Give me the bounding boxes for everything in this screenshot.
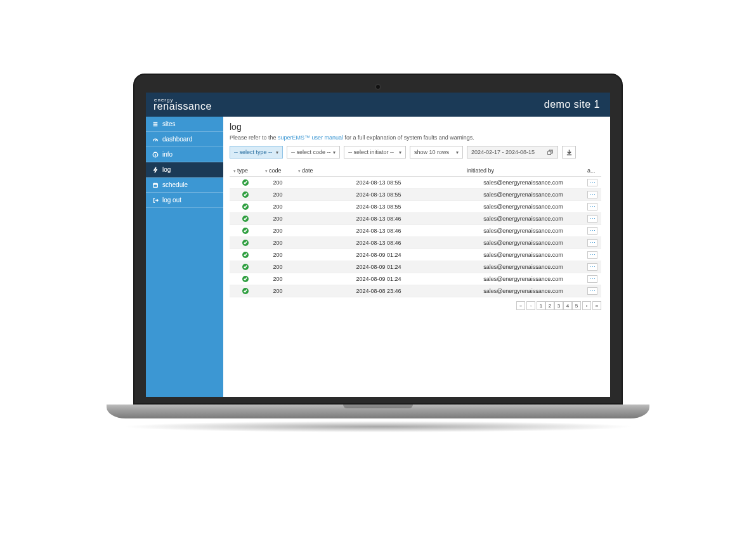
cell-date: 2024-08-08 23:46 (294, 285, 463, 297)
row-action-button[interactable]: ⋯ (587, 275, 597, 283)
cell-actions: ⋯ (583, 213, 601, 225)
logout-icon (152, 197, 159, 204)
cell-initiated-by: sales@energyrenaissance.com (463, 237, 583, 249)
cell-initiated-by: sales@energyrenaissance.com (463, 225, 583, 237)
row-action-button[interactable]: ⋯ (587, 179, 597, 186)
user-manual-link[interactable]: superEMS™ user manual (278, 134, 343, 141)
help-suffix: for a full explanation of system faults … (343, 134, 474, 141)
row-action-button[interactable]: ⋯ (587, 203, 597, 210)
cell-actions: ⋯ (583, 273, 601, 285)
log-table: ▾type ▾code ▾date initiated by a... 2002… (230, 165, 601, 297)
help-text: Please refer to the superEMS™ user manua… (230, 134, 601, 141)
sort-icon: ▾ (298, 169, 301, 173)
sidebar-item-label: log out (162, 197, 181, 204)
filter-rows-select[interactable]: show 10 rows ▾ (410, 146, 463, 159)
cell-initiated-by: sales@energyrenaissance.com (463, 213, 583, 225)
col-header-actions: a... (583, 165, 601, 177)
cell-actions: ⋯ (583, 189, 601, 201)
sidebar-item-dashboard[interactable]: dashboard (146, 132, 223, 147)
table-row: 2002024-08-09 01:24sales@energyrenaissan… (230, 261, 601, 273)
cell-initiated-by: sales@energyrenaissance.com (463, 249, 583, 261)
pager-next[interactable]: › (582, 301, 591, 310)
table-row: 2002024-08-13 08:55sales@energyrenaissan… (230, 201, 601, 213)
table-row: 2002024-08-13 08:55sales@energyrenaissan… (230, 177, 601, 189)
laptop-bezel: energy renaissance demo site 1 sites das… (133, 74, 623, 405)
pagination: « ‹ 12345 › » (230, 301, 601, 310)
col-header-date[interactable]: ▾date (294, 165, 463, 177)
row-action-button[interactable]: ⋯ (587, 191, 597, 198)
brand-bottom: renaissance (153, 101, 212, 112)
cell-code: 200 (261, 225, 294, 237)
sidebar-item-label: schedule (162, 181, 188, 188)
cell-code: 200 (261, 177, 294, 189)
sidebar-item-info[interactable]: info (146, 147, 223, 162)
col-header-initiated-by[interactable]: initiated by (463, 165, 583, 177)
cell-code: 200 (261, 201, 294, 213)
brand-logo: energy renaissance (153, 98, 212, 112)
download-button[interactable] (562, 146, 576, 159)
sort-icon: ▾ (233, 169, 236, 173)
sidebar-item-schedule[interactable]: schedule (146, 178, 223, 193)
filter-type-select[interactable]: -- select type -- ▾ (230, 146, 283, 159)
cell-initiated-by: sales@energyrenaissance.com (463, 261, 583, 273)
cell-date: 2024-08-09 01:24 (294, 249, 463, 261)
row-action-button[interactable]: ⋯ (587, 251, 597, 259)
cell-initiated-by: sales@energyrenaissance.com (463, 189, 583, 201)
sidebar-item-log[interactable]: log (146, 162, 223, 178)
cell-date: 2024-08-13 08:55 (294, 201, 463, 213)
cell-type (230, 237, 261, 249)
laptop-base (107, 405, 649, 418)
app-body: sites dashboard info log (146, 117, 610, 397)
row-action-button[interactable]: ⋯ (587, 287, 597, 295)
page-title: log (230, 122, 601, 132)
calendar-icon (152, 182, 159, 188)
cell-date: 2024-08-13 08:46 (294, 225, 463, 237)
pager-page[interactable]: 2 (545, 301, 554, 310)
status-ok-icon (242, 288, 249, 294)
calendar-icon: 🗇 (547, 149, 554, 156)
col-header-code[interactable]: ▾code (261, 165, 294, 177)
cell-type (230, 201, 261, 213)
sidebar: sites dashboard info log (146, 117, 223, 397)
filter-code-select[interactable]: -- select code -- ▾ (287, 146, 340, 159)
cell-code: 200 (261, 213, 294, 225)
filter-rows-value: show 10 rows (414, 149, 449, 155)
table-row: 2002024-08-13 08:46sales@energyrenaissan… (230, 213, 601, 225)
camera-dot (376, 85, 380, 89)
pager-first[interactable]: « (516, 301, 525, 310)
cell-actions: ⋯ (583, 285, 601, 297)
cell-date: 2024-08-09 01:24 (294, 273, 463, 285)
sidebar-item-logout[interactable]: log out (146, 193, 223, 208)
table-row: 2002024-08-13 08:46sales@energyrenaissan… (230, 225, 601, 237)
cell-type (230, 261, 261, 273)
list-icon (152, 121, 159, 127)
cell-actions: ⋯ (583, 225, 601, 237)
pager-last[interactable]: » (592, 301, 601, 310)
row-action-button[interactable]: ⋯ (587, 263, 597, 271)
row-action-button[interactable]: ⋯ (587, 227, 597, 235)
pager-page[interactable]: 5 (572, 301, 581, 310)
cell-code: 200 (261, 273, 294, 285)
table-row: 2002024-08-09 01:24sales@energyrenaissan… (230, 249, 601, 261)
filter-initiator-select[interactable]: -- select initiator -- ▾ (344, 146, 406, 159)
pager-page[interactable]: 4 (563, 301, 572, 310)
pager-prev[interactable]: ‹ (526, 301, 535, 310)
status-ok-icon (242, 276, 249, 282)
pager-page[interactable]: 1 (537, 301, 545, 310)
help-prefix: Please refer to the (230, 134, 278, 141)
col-header-type[interactable]: ▾type (230, 165, 261, 177)
pager-page[interactable]: 3 (554, 301, 563, 310)
filter-daterange[interactable]: 2024-02-17 - 2024-08-15 🗇 (467, 146, 558, 159)
row-action-button[interactable]: ⋯ (587, 215, 597, 223)
chevron-down-icon: ▾ (399, 150, 401, 155)
filter-type-value: -- select type -- (234, 149, 272, 155)
status-ok-icon (242, 216, 249, 222)
cell-date: 2024-08-13 08:55 (294, 177, 463, 189)
cell-type (230, 213, 261, 225)
sidebar-item-sites[interactable]: sites (146, 117, 223, 132)
chevron-down-icon: ▾ (456, 150, 459, 155)
cell-initiated-by: sales@energyrenaissance.com (463, 201, 583, 213)
svg-rect-1 (153, 183, 158, 187)
cell-initiated-by: sales@energyrenaissance.com (463, 177, 583, 189)
row-action-button[interactable]: ⋯ (587, 239, 597, 247)
